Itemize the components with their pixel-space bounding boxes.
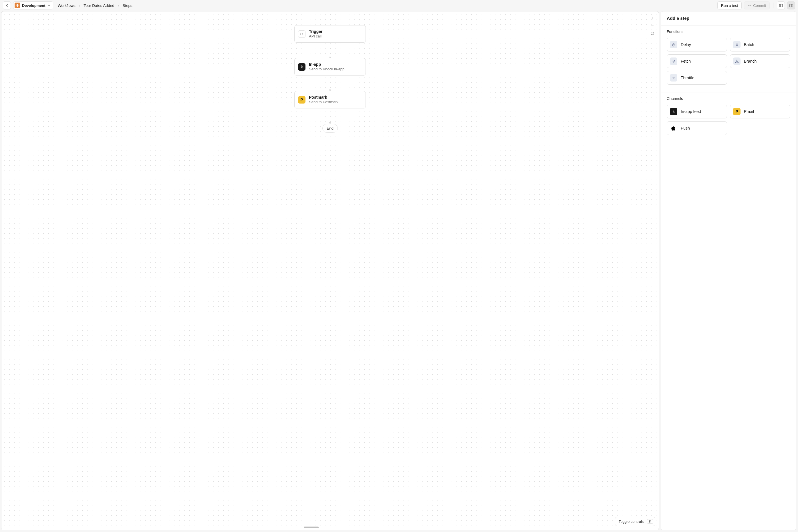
step-title: In-app bbox=[309, 62, 344, 67]
step-subtitle: Send to Knock in-app bbox=[309, 67, 344, 72]
scrollbar-thumb[interactable] bbox=[304, 527, 319, 528]
step-in-app[interactable]: k In-app Send to Knock in-app bbox=[294, 58, 366, 76]
back-button[interactable] bbox=[3, 1, 11, 10]
right-panel: Add a step Functions Delay Batch bbox=[661, 11, 796, 530]
zoom-out-button[interactable] bbox=[649, 21, 656, 28]
postmark-icon: P bbox=[733, 108, 741, 115]
breadcrumb-steps[interactable]: Steps bbox=[122, 3, 132, 8]
channel-tile-push[interactable]: Push bbox=[667, 121, 727, 135]
run-test-button[interactable]: Run a test bbox=[717, 1, 742, 10]
tile-label: In-app feed bbox=[681, 109, 701, 114]
header: Development Workflows › Tour Dates Added… bbox=[0, 0, 798, 11]
commit-label: Commit bbox=[753, 3, 766, 8]
end-label: End bbox=[327, 126, 334, 130]
tile-label: Push bbox=[681, 126, 690, 130]
toggle-left-panel-button[interactable] bbox=[777, 1, 785, 10]
function-tile-batch[interactable]: Batch bbox=[730, 38, 790, 52]
breadcrumb-workflows[interactable]: Workflows bbox=[58, 3, 76, 8]
panel-right-icon bbox=[789, 3, 794, 8]
svg-rect-5 bbox=[790, 4, 793, 7]
toggle-right-panel-button[interactable] bbox=[787, 1, 795, 10]
connector[interactable] bbox=[330, 43, 330, 58]
swap-icon bbox=[670, 57, 677, 65]
filter-icon bbox=[670, 74, 677, 81]
toggle-controls-button[interactable]: Toggle controls K bbox=[615, 517, 655, 526]
postmark-icon: P bbox=[298, 96, 305, 103]
zoom-in-button[interactable] bbox=[649, 14, 656, 21]
section-functions-heading: Functions bbox=[667, 30, 790, 34]
shortcut-key: K bbox=[647, 519, 653, 524]
panel-title: Add a step bbox=[661, 12, 796, 25]
expand-icon bbox=[650, 31, 654, 36]
chevron-down-icon bbox=[47, 4, 51, 7]
env-selector[interactable]: Development bbox=[13, 1, 53, 10]
commit-button[interactable]: Commit bbox=[744, 1, 770, 10]
channels-grid: k In-app feed P Email Push bbox=[667, 105, 790, 135]
breadcrumb-workflow-name[interactable]: Tour Dates Added bbox=[83, 3, 114, 8]
tile-label: Delay bbox=[681, 42, 691, 47]
stopwatch-icon bbox=[670, 41, 677, 48]
function-tile-fetch[interactable]: Fetch bbox=[667, 54, 727, 68]
step-subtitle: API call bbox=[309, 34, 322, 39]
step-title: Trigger bbox=[309, 29, 322, 34]
function-tile-delay[interactable]: Delay bbox=[667, 38, 727, 52]
scrollbar-horizontal bbox=[1, 527, 659, 528]
step-trigger[interactable]: Trigger API call bbox=[294, 25, 366, 43]
chevron-right-icon: › bbox=[118, 3, 119, 8]
api-icon bbox=[298, 30, 305, 38]
function-tile-throttle[interactable]: Throttle bbox=[667, 71, 727, 85]
env-logo-icon bbox=[15, 3, 20, 8]
connector[interactable] bbox=[330, 76, 330, 91]
apple-icon bbox=[670, 125, 677, 132]
chevron-left-icon bbox=[5, 4, 9, 7]
knock-icon: k bbox=[670, 108, 677, 115]
workflow-flow: Trigger API call k In-app Send to Knock … bbox=[294, 25, 366, 133]
chevron-right-icon: › bbox=[79, 3, 80, 8]
channel-tile-in-app-feed[interactable]: k In-app feed bbox=[667, 105, 727, 118]
step-postmark[interactable]: P Postmark Send to Postmark bbox=[294, 91, 366, 109]
zoom-controls bbox=[649, 14, 656, 37]
divider bbox=[773, 3, 774, 8]
commit-icon bbox=[748, 4, 752, 7]
panel-left-icon bbox=[779, 3, 783, 8]
env-name: Development bbox=[22, 3, 45, 8]
functions-grid: Delay Batch Fetch bbox=[667, 38, 790, 85]
run-test-label: Run a test bbox=[721, 3, 738, 8]
function-tile-branch[interactable]: Branch bbox=[730, 54, 790, 68]
svg-rect-3 bbox=[779, 4, 782, 7]
tile-label: Email bbox=[744, 109, 754, 114]
tile-label: Fetch bbox=[681, 59, 691, 63]
end-node: End bbox=[322, 124, 338, 133]
step-subtitle: Send to Postmark bbox=[309, 100, 338, 104]
plus-icon bbox=[650, 16, 654, 20]
list-icon bbox=[733, 41, 741, 48]
section-channels-heading: Channels bbox=[667, 96, 790, 101]
channel-tile-email[interactable]: P Email bbox=[730, 105, 790, 118]
fit-view-button[interactable] bbox=[649, 30, 656, 37]
tile-label: Batch bbox=[744, 42, 754, 47]
toggle-controls-label: Toggle controls bbox=[619, 519, 644, 524]
knock-icon: k bbox=[298, 63, 305, 71]
minus-icon bbox=[650, 23, 654, 27]
tile-label: Branch bbox=[744, 59, 757, 63]
connector[interactable] bbox=[330, 109, 330, 124]
branch-icon bbox=[733, 57, 741, 65]
step-title: Postmark bbox=[309, 95, 338, 100]
breadcrumb: Workflows › Tour Dates Added › Steps bbox=[58, 3, 132, 8]
tile-label: Throttle bbox=[681, 76, 694, 80]
workflow-canvas[interactable]: Trigger API call k In-app Send to Knock … bbox=[1, 11, 659, 530]
